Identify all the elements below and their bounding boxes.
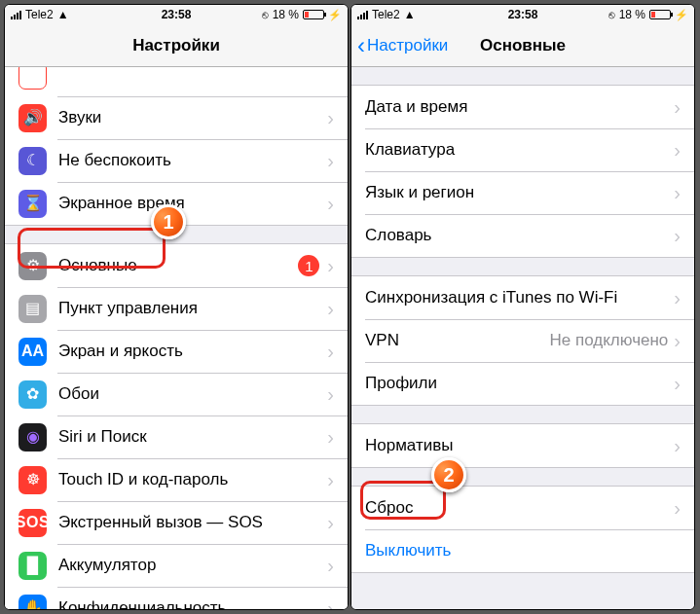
chevron-right-icon: ›: [674, 435, 681, 457]
back-button[interactable]: ‹ Настройки: [357, 34, 448, 57]
text-size-icon: AA: [18, 338, 47, 366]
status-time: 23:58: [162, 8, 192, 21]
status-bar: Tele2 ▲ 23:58 ⎋ 18 % ⚡: [5, 5, 348, 24]
chevron-right-icon: ›: [674, 182, 681, 204]
row-vpn[interactable]: VPN Не подключено ›: [351, 319, 694, 362]
row-label: Словарь: [365, 226, 674, 245]
row-dictionary[interactable]: Словарь ›: [351, 214, 694, 257]
orientation-lock-icon: ⎋: [262, 9, 269, 20]
row-label: Конфиденциальность: [58, 598, 327, 609]
row-control-center[interactable]: ▤ Пункт управления ›: [5, 287, 348, 330]
row-label: Выключить: [365, 541, 681, 560]
wifi-icon: ▲: [404, 8, 416, 21]
row-wallpaper[interactable]: ✿ Обои ›: [5, 373, 348, 415]
screenshot-settings-general: Tele2 ▲ 23:58 ⎋ 18 % ⚡ ‹ Настройки Основ…: [350, 4, 695, 610]
row-label: Touch ID и код-пароль: [58, 470, 327, 489]
chevron-right-icon: ›: [674, 373, 681, 395]
annotation-step-2: 2: [431, 457, 466, 492]
row-label: Пункт управления: [58, 299, 327, 318]
gear-icon: ⚙: [18, 252, 47, 280]
row-label: Клавиатура: [365, 140, 674, 160]
chevron-right-icon: ›: [327, 193, 334, 215]
hand-icon: ✋: [18, 595, 47, 610]
signal-icon: [11, 10, 21, 19]
row-display[interactable]: AA Экран и яркость ›: [5, 330, 348, 373]
chevron-right-icon: ›: [327, 341, 334, 363]
navbar: ‹ Настройки Основные: [351, 24, 694, 67]
charging-icon: ⚡: [675, 9, 688, 21]
battery-icon: [303, 10, 324, 19]
chevron-right-icon: ›: [327, 512, 334, 534]
row-label: Нормативы: [365, 436, 674, 455]
status-bar: Tele2 ▲ 23:58 ⎋ 18 % ⚡: [351, 5, 694, 24]
row-label: Профили: [365, 374, 674, 393]
row-regulatory[interactable]: Нормативы ›: [351, 424, 694, 467]
chevron-right-icon: ›: [674, 139, 681, 162]
chevron-right-icon: ›: [674, 287, 681, 309]
navbar: Настройки: [5, 24, 348, 67]
row-privacy[interactable]: ✋ Конфиденциальность ›: [5, 587, 348, 609]
row-label: Дата и время: [365, 97, 674, 117]
battery-percent: 18 %: [273, 8, 299, 21]
battery-icon: [649, 10, 671, 19]
row-keyboard[interactable]: Клавиатура ›: [351, 128, 694, 171]
row-label: VPN: [365, 331, 550, 350]
signal-icon: [357, 10, 368, 19]
row-label: Экран и яркость: [58, 342, 327, 361]
hourglass-icon: ⌛: [18, 190, 47, 218]
wifi-icon: ▲: [57, 8, 69, 21]
page-title: Основные: [480, 36, 566, 55]
row-label: Аккумулятор: [58, 556, 327, 575]
back-label: Настройки: [367, 36, 448, 55]
row-itunes-wifi[interactable]: Синхронизация с iTunes по Wi-Fi ›: [351, 276, 694, 319]
chevron-right-icon: ›: [327, 150, 334, 172]
chevron-right-icon: ›: [327, 469, 334, 491]
flower-icon: ✿: [18, 380, 47, 409]
row-label: Звуки: [58, 108, 327, 127]
chevron-right-icon: ›: [327, 597, 334, 610]
siri-icon: ◉: [18, 423, 47, 451]
page-title: Настройки: [132, 36, 220, 55]
row-battery[interactable]: █ Аккумулятор ›: [5, 544, 348, 587]
row-label: Сброс: [365, 498, 674, 518]
sos-icon: SOS: [18, 509, 47, 537]
chevron-right-icon: ›: [674, 330, 681, 352]
notifications-icon: [18, 67, 47, 90]
row-siri[interactable]: ◉ Siri и Поиск ›: [5, 415, 348, 458]
carrier-label: Tele2: [372, 8, 400, 21]
chevron-right-icon: ›: [327, 555, 334, 577]
chevron-right-icon: ›: [327, 107, 334, 129]
carrier-label: Tele2: [25, 8, 54, 21]
row-datetime[interactable]: Дата и время ›: [351, 86, 694, 128]
chevron-left-icon: ‹: [357, 34, 365, 57]
row-general[interactable]: ⚙ Основные 1 ›: [5, 244, 348, 287]
row-label: Основные: [58, 256, 298, 275]
row-language[interactable]: Язык и регион ›: [351, 171, 694, 214]
screenshot-settings-root: Tele2 ▲ 23:58 ⎋ 18 % ⚡ Настройки 🔊 Звуки: [4, 4, 349, 610]
annotation-step-1: 1: [151, 204, 186, 239]
toggles-icon: ▤: [18, 295, 47, 323]
row-dnd[interactable]: ☾ Не беспокоить ›: [5, 139, 348, 182]
chevron-right-icon: ›: [674, 497, 681, 520]
row-label: Обои: [58, 384, 327, 404]
row-touchid[interactable]: ☸ Touch ID и код-пароль ›: [5, 458, 348, 501]
chevron-right-icon: ›: [327, 255, 334, 277]
chevron-right-icon: ›: [674, 96, 681, 119]
row-sos[interactable]: SOS Экстренный вызов — SOS ›: [5, 501, 348, 544]
sounds-icon: 🔊: [18, 104, 47, 132]
orientation-lock-icon: ⎋: [608, 9, 615, 20]
row-profiles[interactable]: Профили ›: [351, 362, 694, 405]
row-label: Язык и регион: [365, 183, 674, 202]
row-sounds[interactable]: 🔊 Звуки ›: [5, 96, 348, 139]
row-shutdown[interactable]: Выключить: [351, 529, 694, 572]
row-notifications-partial[interactable]: [5, 67, 348, 96]
chevron-right-icon: ›: [327, 298, 334, 320]
update-badge: 1: [298, 255, 319, 276]
row-label: Siri и Поиск: [58, 427, 327, 447]
row-reset[interactable]: Сброс ›: [351, 487, 694, 529]
moon-icon: ☾: [18, 147, 47, 175]
row-label: Синхронизация с iTunes по Wi-Fi: [365, 288, 674, 307]
status-time: 23:58: [508, 8, 538, 21]
row-label: Не беспокоить: [58, 151, 327, 170]
chevron-right-icon: ›: [327, 383, 334, 406]
